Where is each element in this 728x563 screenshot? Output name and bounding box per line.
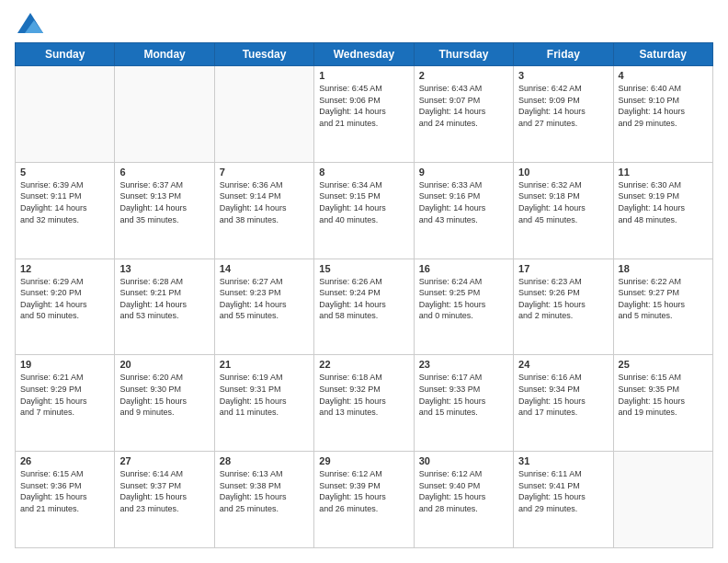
day-info: Sunrise: 6:37 AMSunset: 9:13 PMDaylight:… — [119, 179, 209, 225]
logo-icon — [17, 13, 43, 33]
day-number: 20 — [119, 359, 209, 370]
calendar-cell: 8Sunrise: 6:34 AMSunset: 9:15 PMDaylight… — [314, 162, 414, 259]
calendar-table: SundayMondayTuesdayWednesdayThursdayFrid… — [15, 42, 713, 548]
day-info: Sunrise: 6:42 AMSunset: 9:09 PMDaylight:… — [518, 83, 608, 129]
day-info: Sunrise: 6:12 AMSunset: 9:39 PMDaylight:… — [319, 468, 408, 514]
day-info: Sunrise: 6:12 AMSunset: 9:40 PMDaylight:… — [419, 468, 508, 514]
day-info: Sunrise: 6:18 AMSunset: 9:32 PMDaylight:… — [319, 372, 408, 418]
day-number: 4 — [619, 70, 708, 81]
day-number: 30 — [419, 455, 508, 466]
calendar-cell: 14Sunrise: 6:27 AMSunset: 9:23 PMDayligh… — [214, 259, 313, 355]
day-number: 18 — [619, 263, 708, 274]
header — [15, 15, 713, 33]
calendar-cell: 6Sunrise: 6:37 AMSunset: 9:13 PMDaylight… — [115, 162, 214, 259]
day-info: Sunrise: 6:19 AMSunset: 9:31 PMDaylight:… — [220, 372, 309, 418]
weekday-monday: Monday — [115, 43, 214, 66]
day-number: 17 — [518, 263, 608, 274]
page: SundayMondayTuesdayWednesdayThursdayFrid… — [0, 0, 728, 563]
day-number: 9 — [419, 167, 508, 178]
weekday-saturday: Saturday — [613, 43, 712, 66]
calendar-cell: 3Sunrise: 6:42 AMSunset: 9:09 PMDaylight… — [514, 66, 613, 163]
weekday-tuesday: Tuesday — [214, 43, 313, 66]
day-number: 1 — [319, 70, 408, 81]
day-number: 10 — [518, 167, 608, 178]
calendar-cell: 22Sunrise: 6:18 AMSunset: 9:32 PMDayligh… — [314, 355, 414, 452]
day-number: 6 — [119, 167, 209, 178]
day-info: Sunrise: 6:40 AMSunset: 9:10 PMDaylight:… — [619, 83, 708, 129]
calendar-cell: 12Sunrise: 6:29 AMSunset: 9:20 PMDayligh… — [16, 259, 115, 355]
day-number: 31 — [518, 455, 608, 466]
day-info: Sunrise: 6:15 AMSunset: 9:36 PMDaylight:… — [20, 468, 109, 514]
day-number: 23 — [419, 359, 508, 370]
calendar-cell: 5Sunrise: 6:39 AMSunset: 9:11 PMDaylight… — [16, 162, 115, 259]
logo-blue — [15, 15, 43, 33]
day-info: Sunrise: 6:39 AMSunset: 9:11 PMDaylight:… — [20, 179, 109, 225]
day-info: Sunrise: 6:32 AMSunset: 9:18 PMDaylight:… — [518, 179, 608, 225]
calendar-cell — [613, 452, 712, 548]
day-info: Sunrise: 6:21 AMSunset: 9:29 PMDaylight:… — [20, 372, 109, 418]
day-info: Sunrise: 6:26 AMSunset: 9:24 PMDaylight:… — [319, 276, 408, 322]
day-number: 5 — [20, 167, 109, 178]
calendar-cell: 9Sunrise: 6:33 AMSunset: 9:16 PMDaylight… — [414, 162, 513, 259]
calendar-cell: 2Sunrise: 6:43 AMSunset: 9:07 PMDaylight… — [414, 66, 513, 163]
weekday-header-row: SundayMondayTuesdayWednesdayThursdayFrid… — [16, 43, 713, 66]
week-row-3: 12Sunrise: 6:29 AMSunset: 9:20 PMDayligh… — [16, 259, 713, 355]
calendar-cell: 15Sunrise: 6:26 AMSunset: 9:24 PMDayligh… — [314, 259, 414, 355]
weekday-thursday: Thursday — [414, 43, 513, 66]
calendar-cell — [214, 66, 313, 163]
calendar-cell: 19Sunrise: 6:21 AMSunset: 9:29 PMDayligh… — [16, 355, 115, 452]
day-info: Sunrise: 6:33 AMSunset: 9:16 PMDaylight:… — [419, 179, 508, 225]
calendar-cell: 21Sunrise: 6:19 AMSunset: 9:31 PMDayligh… — [214, 355, 313, 452]
calendar-cell: 18Sunrise: 6:22 AMSunset: 9:27 PMDayligh… — [613, 259, 712, 355]
day-number: 26 — [20, 455, 109, 466]
day-number: 8 — [319, 167, 408, 178]
calendar-cell: 26Sunrise: 6:15 AMSunset: 9:36 PMDayligh… — [16, 452, 115, 548]
day-info: Sunrise: 6:23 AMSunset: 9:26 PMDaylight:… — [518, 276, 608, 322]
weekday-friday: Friday — [514, 43, 613, 66]
week-row-5: 26Sunrise: 6:15 AMSunset: 9:36 PMDayligh… — [16, 452, 713, 548]
day-number: 2 — [419, 70, 508, 81]
calendar-cell: 16Sunrise: 6:24 AMSunset: 9:25 PMDayligh… — [414, 259, 513, 355]
day-info: Sunrise: 6:43 AMSunset: 9:07 PMDaylight:… — [419, 83, 508, 129]
calendar-cell: 24Sunrise: 6:16 AMSunset: 9:34 PMDayligh… — [514, 355, 613, 452]
calendar-cell: 17Sunrise: 6:23 AMSunset: 9:26 PMDayligh… — [514, 259, 613, 355]
day-info: Sunrise: 6:14 AMSunset: 9:37 PMDaylight:… — [119, 468, 209, 514]
calendar-cell: 10Sunrise: 6:32 AMSunset: 9:18 PMDayligh… — [514, 162, 613, 259]
calendar-cell: 23Sunrise: 6:17 AMSunset: 9:33 PMDayligh… — [414, 355, 513, 452]
day-info: Sunrise: 6:27 AMSunset: 9:23 PMDaylight:… — [220, 276, 309, 322]
day-info: Sunrise: 6:45 AMSunset: 9:06 PMDaylight:… — [319, 83, 408, 129]
day-info: Sunrise: 6:29 AMSunset: 9:20 PMDaylight:… — [20, 276, 109, 322]
day-number: 27 — [119, 455, 209, 466]
day-info: Sunrise: 6:34 AMSunset: 9:15 PMDaylight:… — [319, 179, 408, 225]
day-number: 14 — [220, 263, 309, 274]
day-info: Sunrise: 6:28 AMSunset: 9:21 PMDaylight:… — [119, 276, 209, 322]
calendar-cell: 4Sunrise: 6:40 AMSunset: 9:10 PMDaylight… — [613, 66, 712, 163]
day-info: Sunrise: 6:24 AMSunset: 9:25 PMDaylight:… — [419, 276, 508, 322]
day-number: 7 — [220, 167, 309, 178]
day-number: 21 — [220, 359, 309, 370]
day-number: 24 — [518, 359, 608, 370]
week-row-1: 1Sunrise: 6:45 AMSunset: 9:06 PMDaylight… — [16, 66, 713, 163]
calendar-cell: 25Sunrise: 6:15 AMSunset: 9:35 PMDayligh… — [613, 355, 712, 452]
day-info: Sunrise: 6:30 AMSunset: 9:19 PMDaylight:… — [619, 179, 708, 225]
logo — [15, 15, 43, 33]
calendar-cell: 29Sunrise: 6:12 AMSunset: 9:39 PMDayligh… — [314, 452, 414, 548]
calendar-cell: 7Sunrise: 6:36 AMSunset: 9:14 PMDaylight… — [214, 162, 313, 259]
week-row-2: 5Sunrise: 6:39 AMSunset: 9:11 PMDaylight… — [16, 162, 713, 259]
weekday-sunday: Sunday — [16, 43, 115, 66]
calendar-cell — [16, 66, 115, 163]
day-number: 12 — [20, 263, 109, 274]
calendar-cell: 1Sunrise: 6:45 AMSunset: 9:06 PMDaylight… — [314, 66, 414, 163]
calendar-cell: 13Sunrise: 6:28 AMSunset: 9:21 PMDayligh… — [115, 259, 214, 355]
calendar-cell — [115, 66, 214, 163]
day-info: Sunrise: 6:22 AMSunset: 9:27 PMDaylight:… — [619, 276, 708, 322]
day-info: Sunrise: 6:16 AMSunset: 9:34 PMDaylight:… — [518, 372, 608, 418]
day-info: Sunrise: 6:36 AMSunset: 9:14 PMDaylight:… — [220, 179, 309, 225]
day-number: 28 — [220, 455, 309, 466]
calendar-cell: 27Sunrise: 6:14 AMSunset: 9:37 PMDayligh… — [115, 452, 214, 548]
day-info: Sunrise: 6:17 AMSunset: 9:33 PMDaylight:… — [419, 372, 508, 418]
day-info: Sunrise: 6:13 AMSunset: 9:38 PMDaylight:… — [220, 468, 309, 514]
day-number: 15 — [319, 263, 408, 274]
day-info: Sunrise: 6:15 AMSunset: 9:35 PMDaylight:… — [619, 372, 708, 418]
calendar-cell: 11Sunrise: 6:30 AMSunset: 9:19 PMDayligh… — [613, 162, 712, 259]
